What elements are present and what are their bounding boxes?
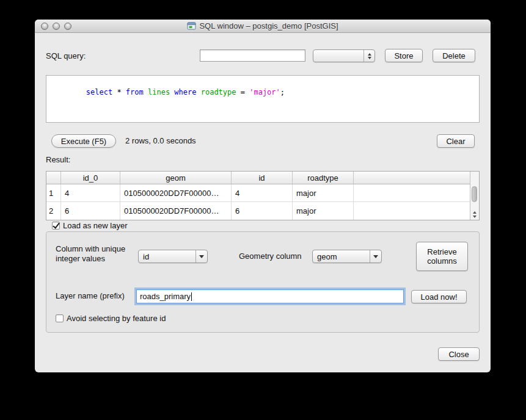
scrollbar-thumb[interactable] [472,186,477,202]
geometry-column-value: geom [313,252,370,261]
cell-id_0[interactable]: 4 [61,184,120,201]
table-row: 2 6 0105000020DD7F00000… 6 major [46,202,479,220]
store-button[interactable]: Store [385,49,423,62]
sql-token: where [174,88,196,96]
dropdown-arrow-icon [370,250,381,262]
result-label: Result: [46,155,70,165]
sql-statement: select * from lines where roadtype = 'ma… [51,79,475,105]
unique-column-select[interactable]: id [138,250,208,263]
layer-name-value: roads_primary [140,292,191,301]
layer-name-input[interactable]: roads_primary [136,289,404,303]
cell-filler [354,184,479,201]
cell-roadtype[interactable]: major [293,202,354,220]
load-as-new-layer-label: Load as new layer [63,221,128,230]
load-now-button[interactable]: Load now! [411,290,467,303]
sql-token [196,88,200,96]
titlebar[interactable]: SQL window – postgis_demo [PostGIS] [35,20,491,33]
sql-query-label: SQL query: [46,51,86,61]
window-title: SQL window – postgis_demo [PostGIS] [199,21,338,31]
sql-token: lines [148,88,170,96]
load-as-new-layer-checkbox[interactable]: Load as new layer [52,221,128,230]
cell-id[interactable]: 6 [232,202,293,220]
checkbox-unchecked-icon [56,314,64,322]
sql-token: from [126,88,144,96]
delete-button[interactable]: Delete [433,49,475,62]
row-number-cell[interactable]: 1 [46,184,61,201]
cell-id[interactable]: 4 [232,184,293,201]
sql-token: select [86,88,112,96]
checkbox-checked-icon [52,222,60,230]
geometry-column-label: Geometry column [239,252,302,261]
load-options-groupbox: Column with unique integer values id Geo… [46,231,480,333]
avoid-selecting-checkbox[interactable]: Avoid selecting by feature id [56,314,166,323]
combo-stepper-icon [363,50,374,62]
column-header-id_0[interactable]: id_0 [61,172,120,184]
query-status-text: 2 rows, 0.0 seconds [125,136,196,146]
sql-token: * [117,88,121,96]
table-row: 1 4 0105000020DD7F00000… 4 major [46,184,479,202]
result-table: id_0 geom id roadtype 1 4 0105000020DD7F… [46,171,480,220]
column-header-roadtype[interactable]: roadtype [293,172,354,184]
scroll-down-icon[interactable] [473,215,477,218]
cell-filler [354,202,479,220]
dropdown-arrow-icon [195,250,207,262]
window-controls [41,23,71,30]
corner-header-cell[interactable] [46,172,61,184]
sql-token: roadtype [201,88,236,96]
execute-button[interactable]: Execute (F5) [51,134,116,148]
query-name-input[interactable] [200,49,305,62]
column-header-id[interactable]: id [232,172,293,184]
table-header-row: id_0 geom id roadtype [46,172,479,184]
sql-token [144,88,148,96]
unique-column-value: id [139,252,195,261]
sql-token: 'major' [249,88,280,96]
close-window-button[interactable] [41,23,48,30]
scrollbar-arrows [470,211,479,218]
unique-column-label: Column with unique integer values [56,244,140,264]
avoid-selecting-label: Avoid selecting by feature id [67,314,166,323]
layer-name-label: Layer name (prefix) [56,291,125,301]
minimize-window-button[interactable] [53,23,60,30]
scroll-up-icon[interactable] [473,211,477,214]
cell-geom[interactable]: 0105000020DD7F00000… [120,202,232,220]
cell-roadtype[interactable]: major [293,184,354,201]
row-number-cell[interactable]: 2 [46,202,61,220]
sql-window: SQL window – postgis_demo [PostGIS] SQL … [35,20,491,372]
sql-window-icon [187,21,196,31]
geometry-column-select[interactable]: geom [312,250,382,263]
zoom-window-button[interactable] [64,23,71,30]
column-header-geom[interactable]: geom [120,172,232,184]
sql-token: ; [280,88,285,96]
sql-editor[interactable]: select * from lines where roadtype = 'ma… [46,75,480,123]
sql-token: = [236,88,250,96]
table-scrollbar[interactable] [470,172,479,220]
text-caret [191,292,192,301]
cell-geom[interactable]: 0105000020DD7F00000… [120,184,232,201]
retrieve-columns-button[interactable]: Retrieve columns [416,242,468,271]
desktop-background: SQL window – postgis_demo [PostGIS] SQL … [0,0,526,420]
column-header-filler [354,172,479,184]
cell-id_0[interactable]: 6 [61,202,120,220]
close-button[interactable]: Close [438,347,480,361]
sql-token [122,88,126,96]
clear-button[interactable]: Clear [437,134,475,148]
saved-query-select[interactable] [313,49,375,62]
